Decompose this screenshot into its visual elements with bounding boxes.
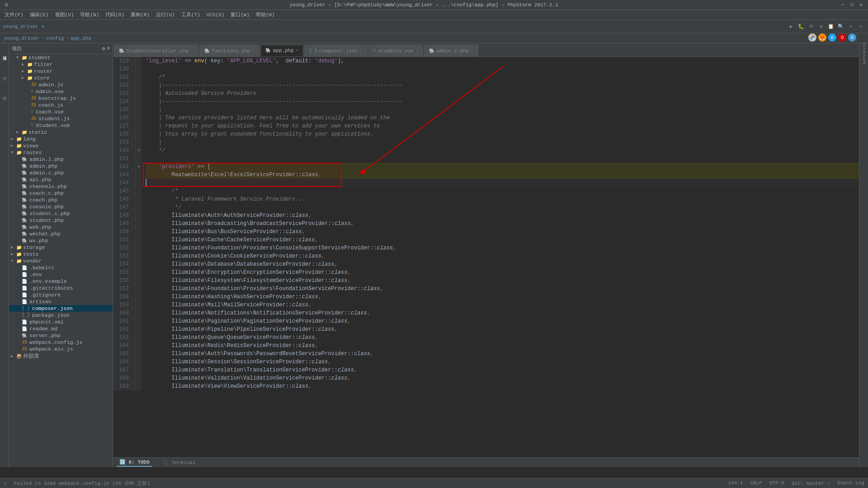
tree-item-adminlphp[interactable]: 🐘 admin.l.php bbox=[9, 156, 113, 163]
tree-item-filter[interactable]: ▶ 📁 filter bbox=[9, 61, 113, 68]
bottom-tab-todo[interactable]: 🔢 6: TODO bbox=[117, 458, 152, 467]
toolbar-btn-4[interactable]: 🔍 bbox=[836, 22, 845, 31]
editor[interactable]: 129 130 131 132 133 134 135 136 137 138 … bbox=[113, 57, 859, 457]
tree-item-student[interactable]: ▼ 📁 student bbox=[9, 54, 113, 61]
panel-structure[interactable]: 结 bbox=[0, 65, 9, 81]
menu-navigate[interactable]: 导航(N) bbox=[77, 10, 102, 19]
tree-item-bootstrapjs[interactable]: JS bootstrap.js bbox=[9, 95, 113, 102]
breadcrumb-file[interactable]: app.php bbox=[71, 36, 91, 41]
tree-item-composerjson[interactable]: { } composer.json bbox=[9, 305, 113, 312]
tab-composerjson[interactable]: { } composer.json × bbox=[304, 45, 368, 56]
close-tab-functions[interactable]: × bbox=[252, 48, 255, 53]
menu-file[interactable]: 文件(F) bbox=[2, 10, 26, 19]
breadcrumb-config[interactable]: config bbox=[46, 36, 64, 41]
structure-panel-icon[interactable]: Structure bbox=[860, 45, 868, 61]
menu-window[interactable]: 窗口(W) bbox=[228, 10, 252, 19]
panel-project[interactable]: 项目 bbox=[0, 45, 9, 61]
minimize-button[interactable]: — bbox=[839, 2, 846, 8]
ie-icon[interactable]: e bbox=[828, 33, 836, 42]
tree-item-webpackmixjs[interactable]: JS webpack.mix.js bbox=[9, 346, 113, 352]
tree-item-coachjs[interactable]: JS coach.js bbox=[9, 102, 113, 108]
tree-item-adminzphp[interactable]: 🐘 admin.z.php bbox=[9, 169, 113, 176]
toolbar-btn-5[interactable]: ↩ bbox=[846, 22, 855, 31]
close-tab-composerjson[interactable]: × bbox=[360, 48, 363, 53]
close-tab-app[interactable]: × bbox=[296, 48, 298, 53]
tree-item-wechatphp[interactable]: 🐘 wechat.php bbox=[9, 230, 113, 237]
tree-item-vendor[interactable]: ▼ 📁 vendor bbox=[9, 258, 113, 264]
filetree-collapse[interactable]: ≡ bbox=[107, 46, 110, 52]
tab-studentcontroller[interactable]: 🐘 StudentController.php × bbox=[114, 45, 198, 56]
close-button[interactable]: ✕ bbox=[858, 2, 864, 8]
close-tab-adminzphp[interactable]: × bbox=[471, 48, 473, 53]
menu-edit[interactable]: 编辑(E) bbox=[27, 10, 52, 19]
window-controls[interactable]: — ❒ ✕ bbox=[839, 2, 864, 8]
tree-item-gitattributes[interactable]: 📄 .gitattributes bbox=[9, 285, 113, 291]
tree-item-serverphp[interactable]: 🐘 server.php bbox=[9, 332, 113, 339]
fg-140[interactable]: ▼ bbox=[136, 146, 142, 155]
tree-item-apiphp[interactable]: 🐘 api.php bbox=[9, 176, 113, 183]
breadcrumb-project[interactable]: young_driver bbox=[4, 36, 39, 41]
tree-item-envexample[interactable]: 📄 .env.example bbox=[9, 278, 113, 285]
tree-item-adminvue[interactable]: V Admin.vue bbox=[9, 88, 113, 95]
toolbar-btn-2[interactable]: ⚙ bbox=[816, 22, 826, 31]
tree-item-env[interactable]: 📄 .env bbox=[9, 271, 113, 278]
menu-vcs[interactable]: VCS(S) bbox=[204, 11, 227, 19]
fg-142[interactable]: ▼ bbox=[136, 163, 142, 171]
toolbar-btn-3[interactable]: 📋 bbox=[826, 22, 835, 31]
tree-item-studentcphp[interactable]: 🐘 student.c.php bbox=[9, 210, 113, 217]
panel-favorites[interactable]: 收 bbox=[0, 85, 9, 101]
menu-refactor[interactable]: 重构(R) bbox=[128, 10, 152, 19]
tree-item-studentphp[interactable]: 🐘 student.php bbox=[9, 217, 113, 224]
statusbar-event-log[interactable]: Event Log bbox=[838, 480, 864, 486]
tree-item-consolephp[interactable]: 🐘 console.php bbox=[9, 203, 113, 210]
tree-item-coachphp[interactable]: 🐘 coach.php bbox=[9, 197, 113, 203]
tree-item-studentjs[interactable]: JS student.js bbox=[9, 115, 113, 122]
tree-item-adminphp[interactable]: 🐘 admin.php bbox=[9, 163, 113, 169]
close-tab-studentsvue[interactable]: × bbox=[415, 48, 418, 53]
tree-item-router[interactable]: ▶ 📁 router bbox=[9, 68, 113, 75]
menu-run[interactable]: 运行(U) bbox=[153, 10, 178, 19]
toolbar-btn-6[interactable]: ↪ bbox=[856, 22, 865, 31]
tab-adminzphp[interactable]: 🐘 admin.z.php × bbox=[424, 45, 479, 56]
tree-item-external[interactable]: ▶ 📦 外部库 bbox=[9, 352, 113, 360]
tree-item-studentvue[interactable]: V Student.vue bbox=[9, 122, 113, 129]
tree-item-views[interactable]: ▶ 📁 views bbox=[9, 142, 113, 149]
tree-item-readmemd[interactable]: 📄 readme.md bbox=[9, 325, 113, 332]
project-dropdown[interactable]: young_driver ▾ bbox=[3, 23, 44, 29]
opera-icon[interactable]: O bbox=[838, 33, 846, 42]
run-button[interactable]: ▶ bbox=[787, 22, 796, 31]
tree-item-babelrc[interactable]: 📄 .babelrc bbox=[9, 264, 113, 271]
tree-item-tests[interactable]: ▶ 📁 tests bbox=[9, 251, 113, 258]
tree-item-webphp[interactable]: 🐘 web.php bbox=[9, 224, 113, 230]
close-tab-studentcontroller[interactable]: × bbox=[191, 48, 193, 53]
tree-item-static[interactable]: ▶ 📁 static bbox=[9, 129, 113, 136]
firefox-icon[interactable]: 🦊 bbox=[818, 33, 826, 42]
tree-item-adminjs[interactable]: JS admin.js bbox=[9, 81, 113, 88]
menu-code[interactable]: 代码(O) bbox=[103, 10, 127, 19]
tree-item-routes[interactable]: ▼ 📁 routes bbox=[9, 149, 113, 156]
filetree-settings[interactable]: ⚙ bbox=[102, 46, 105, 52]
tree-item-storage[interactable]: ▶ 📁 storage bbox=[9, 244, 113, 251]
menu-view[interactable]: 视图(V) bbox=[52, 10, 77, 19]
tree-item-coachcphp[interactable]: 🐘 coach.c.php bbox=[9, 190, 113, 197]
maximize-button[interactable]: ❒ bbox=[849, 2, 855, 8]
tree-item-webpackconfigjs[interactable]: JS webpack.config.js bbox=[9, 339, 113, 346]
menu-tools[interactable]: 工具(T) bbox=[179, 10, 203, 19]
tree-item-artisan[interactable]: 📄 artisan bbox=[9, 298, 113, 305]
tree-item-packagejson[interactable]: { } package.json bbox=[9, 312, 113, 319]
tree-item-gitignore[interactable]: 📄 .gitignore bbox=[9, 291, 113, 298]
tree-item-channelsphp[interactable]: 🐘 channels.php bbox=[9, 183, 113, 190]
tab-app[interactable]: 🐘 app.php × bbox=[260, 45, 303, 56]
tab-functions[interactable]: 🐘 functions.php × bbox=[199, 45, 260, 56]
code-area[interactable]: 'log_level' => env( key: 'APP_LOG_LEVEL'… bbox=[142, 57, 859, 390]
tree-item-phpunitxml[interactable]: 📄 phpunit.xml bbox=[9, 319, 113, 325]
toolbar-btn-1[interactable]: ⟳ bbox=[807, 22, 816, 31]
chrome-icon[interactable] bbox=[808, 33, 816, 42]
tree-item-lang[interactable]: ▶ 📁 lang bbox=[9, 136, 113, 142]
menu-help[interactable]: 帮助(H) bbox=[253, 10, 278, 19]
safari-icon[interactable]: S bbox=[848, 33, 856, 42]
tree-item-coachvue[interactable]: V Coach.vue bbox=[9, 108, 113, 115]
tree-item-wxxphp[interactable]: 🐘 wx.php bbox=[9, 237, 113, 244]
tab-studentsvue[interactable]: V students.vue × bbox=[368, 45, 423, 56]
bottom-tab-terminal[interactable]: ⬛ Terminal bbox=[160, 459, 198, 466]
